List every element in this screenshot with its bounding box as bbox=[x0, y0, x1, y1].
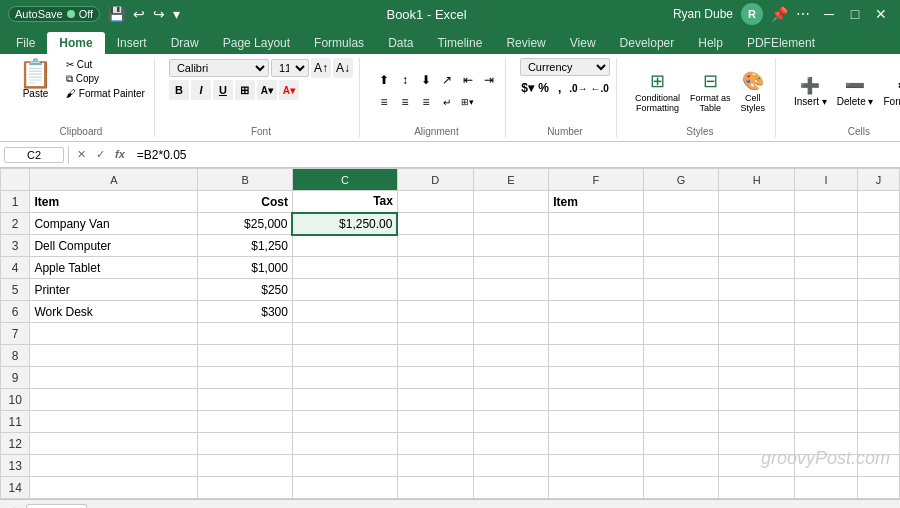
format-table-button[interactable]: ⊟ Format asTable bbox=[686, 68, 735, 115]
cell-r13-c2[interactable] bbox=[198, 455, 293, 477]
cell-r10-c1[interactable] bbox=[30, 389, 198, 411]
align-bottom-button[interactable]: ⬇ bbox=[416, 70, 436, 90]
cell-styles-button[interactable]: 🎨 CellStyles bbox=[736, 68, 769, 115]
cell-r13-c7[interactable] bbox=[643, 455, 719, 477]
align-left-button[interactable]: ≡ bbox=[374, 92, 394, 112]
cell-r11-c10[interactable] bbox=[857, 411, 899, 433]
cell-r5-c6[interactable] bbox=[549, 279, 644, 301]
decrease-font-button[interactable]: A↓ bbox=[333, 58, 353, 78]
col-header-i[interactable]: I bbox=[794, 169, 857, 191]
formula-input[interactable] bbox=[133, 148, 896, 162]
cell-r1-c2[interactable]: Cost bbox=[198, 191, 293, 213]
align-center-button[interactable]: ≡ bbox=[395, 92, 415, 112]
indent-increase-button[interactable]: ⇥ bbox=[479, 70, 499, 90]
cell-r9-c10[interactable] bbox=[857, 367, 899, 389]
cell-r11-c6[interactable] bbox=[549, 411, 644, 433]
cell-r8-c6[interactable] bbox=[549, 345, 644, 367]
cell-r2-c1[interactable]: Company Van bbox=[30, 213, 198, 235]
row-header-2[interactable]: 2 bbox=[1, 213, 30, 235]
row-header-7[interactable]: 7 bbox=[1, 323, 30, 345]
tab-home[interactable]: Home bbox=[47, 32, 104, 54]
cell-r2-c4[interactable] bbox=[397, 213, 473, 235]
insert-function-button[interactable]: fx bbox=[111, 147, 129, 162]
cell-r3-c3[interactable] bbox=[292, 235, 397, 257]
cell-r2-c8[interactable] bbox=[719, 213, 795, 235]
cell-r10-c7[interactable] bbox=[643, 389, 719, 411]
cell-reference-box[interactable] bbox=[4, 147, 64, 163]
cell-r14-c5[interactable] bbox=[473, 477, 549, 499]
cell-r1-c6[interactable]: Item bbox=[549, 191, 644, 213]
increase-decimal-button[interactable]: .0→ bbox=[568, 79, 588, 97]
cell-r13-c3[interactable] bbox=[292, 455, 397, 477]
cell-r14-c1[interactable] bbox=[30, 477, 198, 499]
cell-r2-c6[interactable] bbox=[549, 213, 644, 235]
number-format-select[interactable]: Currency bbox=[520, 58, 610, 76]
bold-button[interactable]: B bbox=[169, 80, 189, 100]
cell-r14-c4[interactable] bbox=[397, 477, 473, 499]
cell-r11-c3[interactable] bbox=[292, 411, 397, 433]
cell-r3-c9[interactable] bbox=[794, 235, 857, 257]
wrap-text-button[interactable]: ↵ bbox=[437, 92, 457, 112]
cell-r13-c6[interactable] bbox=[549, 455, 644, 477]
cell-r12-c7[interactable] bbox=[643, 433, 719, 455]
row-header-9[interactable]: 9 bbox=[1, 367, 30, 389]
col-header-f[interactable]: F bbox=[549, 169, 644, 191]
cell-r6-c2[interactable]: $300 bbox=[198, 301, 293, 323]
cell-r4-c8[interactable] bbox=[719, 257, 795, 279]
tab-developer[interactable]: Developer bbox=[608, 32, 687, 54]
cell-r5-c1[interactable]: Printer bbox=[30, 279, 198, 301]
border-button[interactable]: ⊞ bbox=[235, 80, 255, 100]
cell-r6-c5[interactable] bbox=[473, 301, 549, 323]
cancel-formula-button[interactable]: ✕ bbox=[73, 147, 90, 162]
cell-r9-c8[interactable] bbox=[719, 367, 795, 389]
save-icon[interactable]: 💾 bbox=[108, 6, 125, 22]
col-header-h[interactable]: H bbox=[719, 169, 795, 191]
cell-r1-c4[interactable] bbox=[397, 191, 473, 213]
tab-help[interactable]: Help bbox=[686, 32, 735, 54]
col-header-j[interactable]: J bbox=[857, 169, 899, 191]
cell-r10-c8[interactable] bbox=[719, 389, 795, 411]
cell-r14-c10[interactable] bbox=[857, 477, 899, 499]
cell-r8-c10[interactable] bbox=[857, 345, 899, 367]
cell-r3-c2[interactable]: $1,250 bbox=[198, 235, 293, 257]
cell-r4-c5[interactable] bbox=[473, 257, 549, 279]
cell-r11-c4[interactable] bbox=[397, 411, 473, 433]
tab-pdfelement[interactable]: PDFElement bbox=[735, 32, 827, 54]
cell-r8-c2[interactable] bbox=[198, 345, 293, 367]
decrease-decimal-button[interactable]: ←.0 bbox=[590, 79, 610, 97]
dollar-sign-button[interactable]: $▾ bbox=[520, 79, 535, 97]
col-header-e[interactable]: E bbox=[473, 169, 549, 191]
cell-r7-c2[interactable] bbox=[198, 323, 293, 345]
cell-r11-c1[interactable] bbox=[30, 411, 198, 433]
cell-r5-c10[interactable] bbox=[857, 279, 899, 301]
cell-r6-c10[interactable] bbox=[857, 301, 899, 323]
cell-r13-c1[interactable] bbox=[30, 455, 198, 477]
cell-r11-c7[interactable] bbox=[643, 411, 719, 433]
cell-r1-c3[interactable]: Tax bbox=[292, 191, 397, 213]
align-right-button[interactable]: ≡ bbox=[416, 92, 436, 112]
ribbon-toggle-icon[interactable]: ⋯ bbox=[796, 6, 810, 22]
more-icon[interactable]: ▾ bbox=[173, 6, 180, 22]
cell-r5-c5[interactable] bbox=[473, 279, 549, 301]
cell-r2-c5[interactable] bbox=[473, 213, 549, 235]
cell-r8-c8[interactable] bbox=[719, 345, 795, 367]
col-header-g[interactable]: G bbox=[643, 169, 719, 191]
format-painter-button[interactable]: 🖌 Format Painter bbox=[63, 87, 148, 100]
cell-r9-c4[interactable] bbox=[397, 367, 473, 389]
row-header-10[interactable]: 10 bbox=[1, 389, 30, 411]
tab-review[interactable]: Review bbox=[494, 32, 557, 54]
cell-r5-c2[interactable]: $250 bbox=[198, 279, 293, 301]
cell-r10-c6[interactable] bbox=[549, 389, 644, 411]
align-middle-button[interactable]: ↕ bbox=[395, 70, 415, 90]
cell-r7-c10[interactable] bbox=[857, 323, 899, 345]
row-header-6[interactable]: 6 bbox=[1, 301, 30, 323]
cell-r12-c6[interactable] bbox=[549, 433, 644, 455]
cell-r8-c7[interactable] bbox=[643, 345, 719, 367]
cell-r9-c2[interactable] bbox=[198, 367, 293, 389]
cell-r12-c3[interactable] bbox=[292, 433, 397, 455]
cell-r5-c3[interactable] bbox=[292, 279, 397, 301]
row-header-3[interactable]: 3 bbox=[1, 235, 30, 257]
cell-r3-c10[interactable] bbox=[857, 235, 899, 257]
cell-r9-c3[interactable] bbox=[292, 367, 397, 389]
cell-r3-c6[interactable] bbox=[549, 235, 644, 257]
